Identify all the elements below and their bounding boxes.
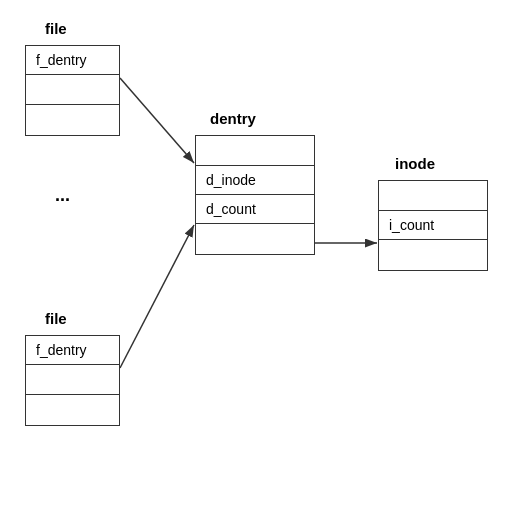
inode-cell1 (379, 181, 487, 211)
file1-box: f_dentry (25, 45, 120, 136)
dots: ... (55, 185, 70, 206)
dentry-cell4 (196, 224, 314, 254)
dentry-title: dentry (210, 110, 256, 127)
dentry-dcount: d_count (196, 195, 314, 224)
file1-cell2 (26, 75, 119, 105)
inode-box: i_count (378, 180, 488, 271)
diagram: file f_dentry ... file f_dentry dentry d… (0, 0, 526, 529)
svg-line-2 (120, 225, 194, 368)
file2-cell2 (26, 365, 119, 395)
dentry-box: d_inode d_count (195, 135, 315, 255)
inode-icount: i_count (379, 211, 487, 240)
file1-title: file (45, 20, 67, 37)
file1-fdentry: f_dentry (26, 46, 119, 75)
svg-line-1 (120, 78, 194, 163)
inode-title: inode (395, 155, 435, 172)
file1-cell3 (26, 105, 119, 135)
inode-cell3 (379, 240, 487, 270)
file2-cell3 (26, 395, 119, 425)
dentry-dinode: d_inode (196, 166, 314, 195)
file2-fdentry: f_dentry (26, 336, 119, 365)
file2-box: f_dentry (25, 335, 120, 426)
dentry-cell1 (196, 136, 314, 166)
file2-title: file (45, 310, 67, 327)
